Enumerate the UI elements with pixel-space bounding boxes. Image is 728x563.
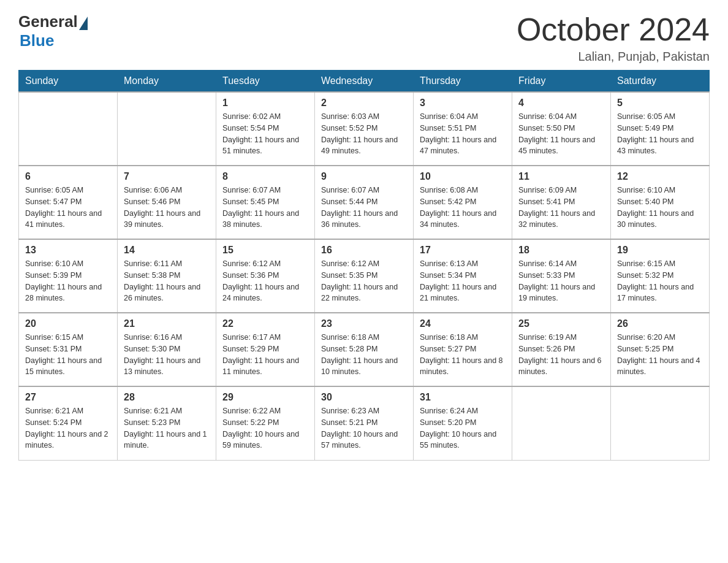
calendar-cell: 23Sunrise: 6:18 AMSunset: 5:28 PMDayligh… — [315, 313, 414, 386]
cell-day-number: 3 — [420, 98, 506, 109]
cell-info: Sunrise: 6:12 AMSunset: 5:36 PMDaylight:… — [222, 258, 308, 304]
calendar-cell: 8Sunrise: 6:07 AMSunset: 5:45 PMDaylight… — [216, 166, 315, 239]
calendar-cell: 20Sunrise: 6:15 AMSunset: 5:31 PMDayligh… — [19, 313, 118, 386]
cell-day-number: 27 — [25, 392, 111, 403]
calendar-cell: 31Sunrise: 6:24 AMSunset: 5:20 PMDayligh… — [414, 386, 512, 460]
cell-info: Sunrise: 6:05 AMSunset: 5:49 PMDaylight:… — [617, 111, 703, 157]
cell-day-number: 13 — [25, 245, 111, 256]
cell-day-number: 28 — [124, 392, 210, 403]
calendar-cell: 2Sunrise: 6:03 AMSunset: 5:52 PMDaylight… — [315, 92, 414, 166]
cell-info: Sunrise: 6:22 AMSunset: 5:22 PMDaylight:… — [222, 405, 308, 451]
cell-info: Sunrise: 6:02 AMSunset: 5:54 PMDaylight:… — [222, 111, 308, 157]
cell-info: Sunrise: 6:17 AMSunset: 5:29 PMDaylight:… — [222, 332, 308, 378]
calendar-row-1: 6Sunrise: 6:05 AMSunset: 5:47 PMDaylight… — [19, 166, 710, 239]
cell-day-number: 22 — [222, 318, 308, 329]
calendar-cell: 29Sunrise: 6:22 AMSunset: 5:22 PMDayligh… — [216, 386, 315, 460]
cell-day-number: 20 — [25, 318, 111, 329]
calendar-cell: 19Sunrise: 6:15 AMSunset: 5:32 PMDayligh… — [611, 239, 710, 313]
calendar-cell: 30Sunrise: 6:23 AMSunset: 5:21 PMDayligh… — [315, 386, 414, 460]
cell-info: Sunrise: 6:23 AMSunset: 5:21 PMDaylight:… — [321, 405, 407, 451]
calendar-header-sunday: Sunday — [19, 71, 118, 93]
calendar-cell: 5Sunrise: 6:05 AMSunset: 5:49 PMDaylight… — [611, 92, 710, 166]
calendar-row-4: 27Sunrise: 6:21 AMSunset: 5:24 PMDayligh… — [19, 386, 710, 460]
cell-day-number: 15 — [222, 245, 308, 256]
calendar-cell: 26Sunrise: 6:20 AMSunset: 5:25 PMDayligh… — [611, 313, 710, 386]
cell-day-number: 30 — [321, 392, 407, 403]
cell-info: Sunrise: 6:09 AMSunset: 5:41 PMDaylight:… — [518, 185, 604, 231]
cell-day-number: 24 — [420, 318, 506, 329]
cell-info: Sunrise: 6:24 AMSunset: 5:20 PMDaylight:… — [420, 405, 506, 451]
cell-info: Sunrise: 6:20 AMSunset: 5:25 PMDaylight:… — [617, 332, 703, 378]
cell-day-number: 8 — [222, 171, 308, 182]
calendar-cell: 17Sunrise: 6:13 AMSunset: 5:34 PMDayligh… — [414, 239, 512, 313]
calendar-cell: 11Sunrise: 6:09 AMSunset: 5:41 PMDayligh… — [512, 166, 611, 239]
calendar-cell: 27Sunrise: 6:21 AMSunset: 5:24 PMDayligh… — [19, 386, 118, 460]
cell-info: Sunrise: 6:13 AMSunset: 5:34 PMDaylight:… — [420, 258, 506, 304]
cell-info: Sunrise: 6:06 AMSunset: 5:46 PMDaylight:… — [124, 185, 210, 231]
calendar-header-tuesday: Tuesday — [216, 71, 315, 93]
cell-info: Sunrise: 6:12 AMSunset: 5:35 PMDaylight:… — [321, 258, 407, 304]
cell-day-number: 21 — [124, 318, 210, 329]
cell-day-number: 4 — [518, 98, 604, 109]
cell-day-number: 12 — [617, 171, 703, 182]
logo-text-blue: Blue — [20, 31, 54, 50]
calendar-header-saturday: Saturday — [611, 71, 710, 93]
cell-info: Sunrise: 6:16 AMSunset: 5:30 PMDaylight:… — [124, 332, 210, 378]
calendar-cell: 3Sunrise: 6:04 AMSunset: 5:51 PMDaylight… — [414, 92, 512, 166]
logo: General Blue — [18, 12, 88, 50]
calendar-cell: 25Sunrise: 6:19 AMSunset: 5:26 PMDayligh… — [512, 313, 611, 386]
cell-day-number: 17 — [420, 245, 506, 256]
calendar-header-row: SundayMondayTuesdayWednesdayThursdayFrid… — [19, 71, 710, 93]
cell-info: Sunrise: 6:18 AMSunset: 5:28 PMDaylight:… — [321, 332, 407, 378]
cell-info: Sunrise: 6:11 AMSunset: 5:38 PMDaylight:… — [124, 258, 210, 304]
calendar-cell: 16Sunrise: 6:12 AMSunset: 5:35 PMDayligh… — [315, 239, 414, 313]
cell-day-number: 29 — [222, 392, 308, 403]
calendar-cell: 10Sunrise: 6:08 AMSunset: 5:42 PMDayligh… — [414, 166, 512, 239]
calendar-cell — [19, 92, 118, 166]
calendar-header-friday: Friday — [512, 71, 611, 93]
calendar-row-0: 1Sunrise: 6:02 AMSunset: 5:54 PMDaylight… — [19, 92, 710, 166]
logo-text-general: General — [18, 12, 78, 31]
cell-info: Sunrise: 6:14 AMSunset: 5:33 PMDaylight:… — [518, 258, 604, 304]
cell-day-number: 19 — [617, 245, 703, 256]
page-header: General Blue October 2024 Lalian, Punjab… — [18, 12, 710, 64]
cell-day-number: 25 — [518, 318, 604, 329]
cell-day-number: 11 — [518, 171, 604, 182]
cell-day-number: 18 — [518, 245, 604, 256]
location-title: Lalian, Punjab, Pakistan — [517, 50, 710, 64]
cell-info: Sunrise: 6:10 AMSunset: 5:40 PMDaylight:… — [617, 185, 703, 231]
calendar-cell: 15Sunrise: 6:12 AMSunset: 5:36 PMDayligh… — [216, 239, 315, 313]
cell-info: Sunrise: 6:21 AMSunset: 5:24 PMDaylight:… — [25, 405, 111, 451]
cell-day-number: 1 — [222, 98, 308, 109]
cell-info: Sunrise: 6:19 AMSunset: 5:26 PMDaylight:… — [518, 332, 604, 378]
calendar-cell — [118, 92, 216, 166]
calendar-header-monday: Monday — [118, 71, 216, 93]
calendar-cell: 1Sunrise: 6:02 AMSunset: 5:54 PMDaylight… — [216, 92, 315, 166]
cell-info: Sunrise: 6:18 AMSunset: 5:27 PMDaylight:… — [420, 332, 506, 378]
cell-info: Sunrise: 6:03 AMSunset: 5:52 PMDaylight:… — [321, 111, 407, 157]
calendar-cell: 7Sunrise: 6:06 AMSunset: 5:46 PMDaylight… — [118, 166, 216, 239]
calendar-cell — [512, 386, 611, 460]
cell-day-number: 31 — [420, 392, 506, 403]
cell-day-number: 7 — [124, 171, 210, 182]
title-area: October 2024 Lalian, Punjab, Pakistan — [517, 12, 710, 64]
cell-info: Sunrise: 6:15 AMSunset: 5:31 PMDaylight:… — [25, 332, 111, 378]
cell-info: Sunrise: 6:04 AMSunset: 5:51 PMDaylight:… — [420, 111, 506, 157]
cell-day-number: 16 — [321, 245, 407, 256]
cell-info: Sunrise: 6:10 AMSunset: 5:39 PMDaylight:… — [25, 258, 111, 304]
cell-day-number: 14 — [124, 245, 210, 256]
cell-day-number: 2 — [321, 98, 407, 109]
calendar-cell: 14Sunrise: 6:11 AMSunset: 5:38 PMDayligh… — [118, 239, 216, 313]
calendar-row-2: 13Sunrise: 6:10 AMSunset: 5:39 PMDayligh… — [19, 239, 710, 313]
cell-info: Sunrise: 6:05 AMSunset: 5:47 PMDaylight:… — [25, 185, 111, 231]
cell-info: Sunrise: 6:07 AMSunset: 5:44 PMDaylight:… — [321, 185, 407, 231]
cell-info: Sunrise: 6:04 AMSunset: 5:50 PMDaylight:… — [518, 111, 604, 157]
logo-triangle-icon — [79, 17, 88, 30]
calendar-table: SundayMondayTuesdayWednesdayThursdayFrid… — [18, 70, 710, 461]
calendar-cell: 12Sunrise: 6:10 AMSunset: 5:40 PMDayligh… — [611, 166, 710, 239]
calendar-cell: 22Sunrise: 6:17 AMSunset: 5:29 PMDayligh… — [216, 313, 315, 386]
calendar-row-3: 20Sunrise: 6:15 AMSunset: 5:31 PMDayligh… — [19, 313, 710, 386]
calendar-cell: 24Sunrise: 6:18 AMSunset: 5:27 PMDayligh… — [414, 313, 512, 386]
calendar-cell: 13Sunrise: 6:10 AMSunset: 5:39 PMDayligh… — [19, 239, 118, 313]
calendar-cell: 18Sunrise: 6:14 AMSunset: 5:33 PMDayligh… — [512, 239, 611, 313]
